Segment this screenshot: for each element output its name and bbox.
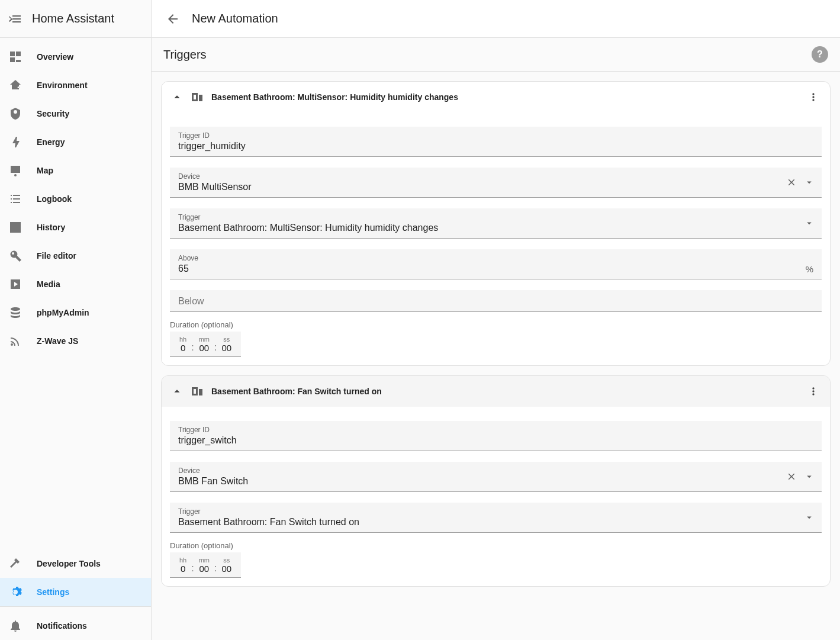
duration-hh-label: hh: [179, 557, 186, 564]
back-button[interactable]: [161, 7, 185, 31]
device-icon: [190, 90, 204, 104]
section-header-triggers: Triggers ?: [152, 38, 840, 72]
sidebar-item-label: phpMyAdmin: [37, 308, 89, 317]
trigger-title: Basement Bathroom: MultiSensor: Humidity…: [211, 92, 804, 102]
sidebar: Home Assistant Overview Environment Secu…: [0, 0, 152, 640]
trigger-select-value: Basement Bathroom: MultiSensor: Humidity…: [178, 221, 813, 234]
device-value: BMB MultiSensor: [178, 181, 813, 194]
sidebar-item-label: Developer Tools: [37, 559, 101, 568]
database-icon: [8, 305, 22, 320]
main-panel: New Automation Triggers ? Basement Bathr…: [152, 0, 840, 640]
bolt-icon: [8, 135, 22, 149]
above-field[interactable]: Above 65 %: [170, 249, 822, 279]
dropdown-icon[interactable]: [803, 217, 816, 230]
sidebar-item-phpmyadmin[interactable]: phpMyAdmin: [0, 298, 151, 327]
duration-ss-label: ss: [221, 336, 231, 343]
chart-box-icon: [8, 220, 22, 234]
clear-icon[interactable]: [785, 176, 798, 189]
sidebar-item-label: Security: [37, 109, 69, 118]
sidebar-item-label: Notifications: [37, 621, 87, 631]
sidebar-item-media[interactable]: Media: [0, 270, 151, 298]
clear-icon[interactable]: [785, 470, 798, 483]
device-value: BMB Fan Switch: [178, 475, 813, 488]
sidebar-item-file-editor[interactable]: File editor: [0, 242, 151, 270]
cog-icon: [8, 585, 22, 599]
above-value: 65: [178, 262, 813, 275]
field-label: Device: [178, 467, 813, 475]
sidebar-notifications-nav: Notifications: [0, 607, 151, 640]
home-thermo-icon: [8, 78, 22, 92]
zwave-icon: [8, 334, 22, 348]
duration-label: Duration (optional): [170, 541, 822, 550]
sidebar-item-logbook[interactable]: Logbook: [0, 185, 151, 213]
duration-sep: :: [190, 335, 195, 353]
sidebar-item-label: File editor: [37, 251, 76, 260]
trigger-card-header: Basement Bathroom: MultiSensor: Humidity…: [162, 82, 830, 112]
page-title: New Automation: [192, 12, 278, 25]
sidebar-item-developer-tools[interactable]: Developer Tools: [0, 549, 151, 578]
sidebar-item-label: Energy: [37, 137, 65, 147]
trigger-id-field[interactable]: Trigger ID trigger_switch: [170, 421, 822, 451]
device-field[interactable]: Device BMB Fan Switch: [170, 462, 822, 492]
sidebar-item-energy[interactable]: Energy: [0, 128, 151, 156]
duration-hh: 0: [179, 343, 186, 353]
trigger-card: Basement Bathroom: MultiSensor: Humidity…: [161, 81, 831, 366]
device-field[interactable]: Device BMB MultiSensor: [170, 168, 822, 198]
wrench-icon: [8, 249, 22, 263]
dropdown-icon[interactable]: [803, 511, 816, 524]
sidebar-item-history[interactable]: History: [0, 213, 151, 242]
menu-collapse-icon[interactable]: [8, 12, 22, 26]
sidebar-nav: Overview Environment Security Energy Map…: [0, 38, 151, 545]
duration-hh-label: hh: [179, 336, 186, 343]
duration-ss: 00: [221, 564, 231, 574]
play-box-icon: [8, 277, 22, 291]
sidebar-item-label: Logbook: [37, 194, 72, 204]
duration-label: Duration (optional): [170, 320, 822, 329]
trigger-id-value: trigger_humidity: [178, 140, 813, 153]
device-icon: [190, 384, 204, 398]
bell-icon: [8, 619, 22, 633]
duration-input[interactable]: hh0 : mm00 : ss00: [170, 332, 241, 357]
duration-sep: :: [213, 556, 218, 574]
trigger-menu-button[interactable]: [804, 88, 823, 107]
sidebar-item-label: Settings: [37, 587, 69, 597]
sidebar-item-map[interactable]: Map: [0, 156, 151, 185]
sidebar-bottom-nav: Developer Tools Settings: [0, 545, 151, 606]
sidebar-item-environment[interactable]: Environment: [0, 71, 151, 99]
field-label: Above: [178, 254, 813, 262]
duration-sep: :: [213, 335, 218, 353]
duration-input[interactable]: hh0 : mm00 : ss00: [170, 552, 241, 578]
sidebar-item-overview[interactable]: Overview: [0, 43, 151, 71]
duration-mm-label: mm: [199, 336, 210, 343]
collapse-toggle[interactable]: [169, 89, 185, 105]
dots-vertical-icon: [807, 91, 819, 103]
content-scroll[interactable]: Triggers ? Basement Bathroom: MultiSenso…: [152, 38, 840, 640]
sidebar-item-settings[interactable]: Settings: [0, 578, 151, 606]
trigger-menu-button[interactable]: [804, 382, 823, 401]
chevron-up-icon: [170, 91, 184, 104]
below-field[interactable]: Below: [170, 290, 822, 312]
app-title: Home Assistant: [32, 12, 114, 25]
sidebar-item-security[interactable]: Security: [0, 99, 151, 128]
sidebar-item-zwave[interactable]: Z-Wave JS: [0, 327, 151, 355]
help-button[interactable]: ?: [812, 46, 828, 63]
field-label: Trigger: [178, 507, 813, 516]
trigger-select-field[interactable]: Trigger Basement Bathroom: MultiSensor: …: [170, 208, 822, 239]
arrow-left-icon: [166, 12, 180, 26]
hammer-icon: [8, 557, 22, 571]
chevron-up-icon: [170, 385, 184, 398]
sidebar-header: Home Assistant: [0, 0, 151, 38]
trigger-id-field[interactable]: Trigger ID trigger_humidity: [170, 127, 822, 157]
field-label: Trigger: [178, 213, 813, 221]
sidebar-item-notifications[interactable]: Notifications: [0, 612, 151, 640]
dropdown-icon[interactable]: [803, 176, 816, 189]
duration-ss-label: ss: [221, 557, 231, 564]
trigger-title: Basement Bathroom: Fan Switch turned on: [211, 387, 804, 396]
collapse-toggle[interactable]: [169, 383, 185, 400]
shield-icon: [8, 107, 22, 121]
dropdown-icon[interactable]: [803, 470, 816, 483]
sidebar-item-label: Map: [37, 166, 53, 175]
duration-ss: 00: [221, 343, 231, 353]
trigger-card-body: Trigger ID trigger_humidity Device BMB M…: [162, 112, 830, 365]
trigger-select-field[interactable]: Trigger Basement Bathroom: Fan Switch tu…: [170, 503, 822, 533]
